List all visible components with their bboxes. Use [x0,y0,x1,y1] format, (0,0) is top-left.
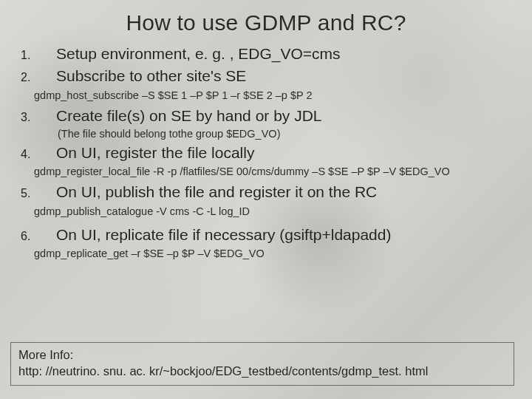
item-number: 4. [21,148,38,161]
list-item: 5. On UI, publish the file and register … [21,183,511,217]
list-item: 2. Subscribe to other site's SE gdmp_hos… [21,66,511,101]
item-number: 5. [21,187,38,200]
item-text: On UI, replicate file if necessary (gsif… [56,225,391,245]
slide-title: How to use GDMP and RC? [21,10,511,35]
item-command: gdmp_replicate_get –r $SE –p $P –V $EDG_… [34,247,511,260]
item-command: gdmp_host_subscribe –S $SE 1 –P $P 1 –r … [34,89,511,102]
more-info-box: More Info: http: //neutrino. snu. ac. kr… [10,342,514,386]
item-number: 6. [21,230,38,243]
item-text: Create file(s) on SE by hand or by JDL [56,106,322,126]
item-number: 3. [21,111,38,124]
item-text: On UI, publish the file and register it … [56,183,377,202]
item-number: 1. [21,49,38,62]
item-text: Setup environment, e. g. , EDG_VO=cms [56,44,341,64]
more-info-url: http: //neutrino. snu. ac. kr/~bockjoo/E… [18,364,506,379]
item-text: Subscribe to other site's SE [56,66,246,86]
list-item: 4. On UI, register the file locally gdmp… [21,143,511,178]
slide-content: How to use GDMP and RC? 1. Setup environ… [0,0,532,399]
more-info-label: More Info: [18,347,506,363]
item-note: (The file should belong tothe group $EDG… [58,127,511,140]
list-item: 6. On UI, replicate file if necessary (g… [21,225,511,260]
item-command: gdmp_register_local_file -R -p /flatfile… [34,165,511,178]
numbered-list: 1. Setup environment, e. g. , EDG_VO=cms… [21,44,511,260]
list-item: 1. Setup environment, e. g. , EDG_VO=cms [21,44,511,64]
list-item: 3. Create file(s) on SE by hand or by JD… [21,106,511,140]
item-number: 2. [21,71,38,84]
item-command: gdmp_publish_catalogue -V cms -C -L log_… [34,205,511,218]
item-text: On UI, register the file locally [56,143,254,163]
